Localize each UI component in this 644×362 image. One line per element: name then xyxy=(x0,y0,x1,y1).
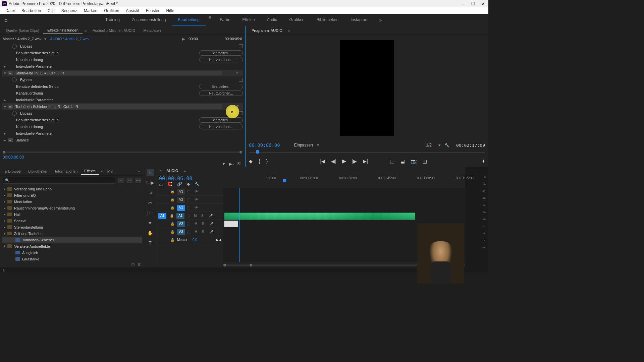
add-marker-button[interactable]: ◆ xyxy=(249,159,253,164)
new-bin-icon[interactable]: 🗀 xyxy=(131,262,135,266)
menu-ansicht[interactable]: Ansicht xyxy=(122,8,142,14)
snap-icon[interactable]: 🧲 xyxy=(167,182,172,186)
expand-icon[interactable]: ▸ xyxy=(2,138,8,142)
timeline-playhead[interactable] xyxy=(239,188,240,262)
lock-icon[interactable]: 🔒 xyxy=(170,230,175,234)
yuv-badge[interactable]: YUV xyxy=(135,178,141,183)
step-back-button[interactable]: ◀| xyxy=(331,159,336,164)
expand-icon[interactable]: ▸ xyxy=(2,131,8,136)
mute-button[interactable]: M xyxy=(195,222,200,226)
accelerated-badge[interactable]: 32 xyxy=(118,178,124,183)
step-forward-button[interactable]: |▶ xyxy=(352,159,357,164)
menu-grafiken[interactable]: Grafiken xyxy=(101,8,122,14)
sync-lock-icon[interactable]: ⬚ xyxy=(187,222,193,226)
voiceover-icon[interactable]: 🎤 xyxy=(209,230,215,234)
workspace-instagram[interactable]: Instagram xyxy=(344,15,374,25)
slip-tool[interactable]: |↔| xyxy=(147,209,154,217)
expand-master-icon[interactable]: ▶◀ xyxy=(216,238,221,242)
zoom-handle-left[interactable] xyxy=(223,264,226,266)
mark-out-button[interactable]: } xyxy=(266,159,268,164)
razor-tool[interactable]: ✂ xyxy=(147,199,154,206)
expand-icon[interactable] xyxy=(2,244,7,248)
effects-preset[interactable]: Tonhöhen-Schieber xyxy=(2,237,142,243)
solo-button[interactable]: S xyxy=(202,222,207,226)
expand-icon[interactable]: ▾ xyxy=(2,71,8,75)
sequence-clip-link[interactable]: AUDIO * Audio 2_7.wav xyxy=(50,37,90,41)
fx-badge-icon[interactable]: fx xyxy=(8,71,13,75)
ec-timecode[interactable]: 00:00:06:00 xyxy=(0,154,245,161)
effects-folder[interactable]: Modulation xyxy=(2,198,142,205)
track-v3[interactable]: V3 xyxy=(177,189,185,195)
button-editor-button[interactable]: + xyxy=(482,158,485,164)
track-v1[interactable]: V1 xyxy=(177,205,185,211)
export-frame-icon[interactable]: ⇱ xyxy=(237,162,241,166)
bypass-checkbox[interactable] xyxy=(239,78,243,82)
ripple-edit-tool[interactable]: ⇥ xyxy=(147,189,154,196)
chevron-down-icon[interactable]: ▾ xyxy=(317,143,319,147)
timeline-timecode[interactable]: 00:00:06:00 xyxy=(159,176,193,182)
effects-folder[interactable]: Zeit und Tonhöhe xyxy=(2,230,142,237)
mark-in-button[interactable]: { xyxy=(259,159,260,164)
remap-button[interactable]: Neu zuordnen... xyxy=(199,90,243,96)
bypass-checkbox[interactable] xyxy=(239,44,243,48)
workspace-training[interactable]: Training xyxy=(99,15,126,25)
linked-selection-icon[interactable]: 🔗 xyxy=(177,182,182,186)
track-a2[interactable]: A2 xyxy=(177,221,185,227)
delete-icon[interactable]: 🗑 xyxy=(138,262,141,266)
effects-folder[interactable]: Stereodarstellung xyxy=(2,224,142,230)
scroll-handle-right[interactable] xyxy=(239,151,242,154)
tab-effekteinstellungen[interactable]: Effekteinstellungen xyxy=(43,27,83,34)
remap-button[interactable]: Neu zuordnen... xyxy=(199,57,243,62)
sync-lock-icon[interactable]: ⬚ xyxy=(187,206,193,209)
close-button[interactable]: ✕ xyxy=(481,1,485,6)
effect-name[interactable]: Balance xyxy=(15,138,243,142)
voiceover-icon[interactable]: 🎤 xyxy=(209,214,214,218)
go-to-in-button[interactable]: |◀ xyxy=(320,159,325,164)
ec-play-icon[interactable]: ▶ xyxy=(182,37,185,41)
bypass-checkbox[interactable] xyxy=(239,111,243,115)
program-tab[interactable]: Programm: AUDIO xyxy=(249,27,285,34)
go-to-out-button[interactable]: ▶| xyxy=(363,159,368,164)
pen-tool[interactable]: ✒ xyxy=(147,219,154,227)
expand-icon[interactable] xyxy=(2,187,7,191)
effects-preset[interactable]: Lautstärke xyxy=(2,256,142,261)
track-select-tool[interactable]: ⬚▶ xyxy=(147,179,154,186)
chevron-down-icon[interactable]: ▾ xyxy=(438,143,440,147)
zoom-handle-right[interactable] xyxy=(250,264,252,266)
workspace-farbe[interactable]: Farbe xyxy=(214,15,236,25)
comparison-view-button[interactable]: ◫ xyxy=(423,159,427,164)
expand-icon[interactable] xyxy=(2,212,7,217)
eye-icon[interactable]: 👁 xyxy=(195,206,200,209)
type-tool[interactable]: T xyxy=(147,239,154,247)
effects-folder[interactable]: Rauschminderung/Wiederherstellung xyxy=(2,205,142,211)
lock-icon[interactable]: 🔒 xyxy=(170,238,175,242)
lock-icon[interactable]: 🔒 xyxy=(170,198,175,201)
fx-badge-icon[interactable]: fx xyxy=(8,105,13,109)
expand-icon[interactable] xyxy=(2,193,7,197)
selection-tool[interactable]: ↖ xyxy=(147,169,154,176)
workspace-bibliotheken[interactable]: Bibliotheken xyxy=(311,15,344,25)
effects-folder[interactable]: Verzögerung und Echo xyxy=(2,186,142,192)
reset-icon[interactable]: ↺ xyxy=(235,71,239,75)
tab-menu-icon[interactable]: ≡ xyxy=(83,28,89,33)
program-menu-icon[interactable]: ≡ xyxy=(288,28,290,33)
voiceover-icon[interactable]: 🎤 xyxy=(209,222,215,226)
tab-browser[interactable]: a-Browser xyxy=(1,168,25,175)
solo-button[interactable]: S xyxy=(201,214,207,218)
home-icon[interactable]: ⌂ xyxy=(0,17,12,23)
audio-clip-a1[interactable] xyxy=(224,213,415,220)
expand-icon[interactable] xyxy=(2,225,7,229)
lock-icon[interactable]: 🔒 xyxy=(170,214,174,218)
tab-quelle[interactable]: Quelle: (keine Clips) xyxy=(2,27,43,34)
menu-bearbeiten[interactable]: Bearbeiten xyxy=(18,8,44,14)
wrench-icon[interactable]: 🔧 xyxy=(444,143,449,147)
effect-name[interactable]: Studio-Hall In: L, R | Out: L, R xyxy=(14,71,222,75)
expand-icon[interactable]: ▸ xyxy=(2,98,8,102)
effects-search-input[interactable]: 🔍 xyxy=(3,177,115,184)
effects-folder[interactable]: Filter und EQ xyxy=(2,192,142,198)
solo-button[interactable]: S xyxy=(202,230,207,234)
scroll-handle-left[interactable] xyxy=(3,151,5,154)
menu-datei[interactable]: Datei xyxy=(2,8,18,14)
edit-setup-button[interactable]: Bearbeiten... xyxy=(199,50,243,56)
effect-name[interactable]: Tonhöhen-Schieber In: L, R | Out: L, R xyxy=(14,104,222,109)
